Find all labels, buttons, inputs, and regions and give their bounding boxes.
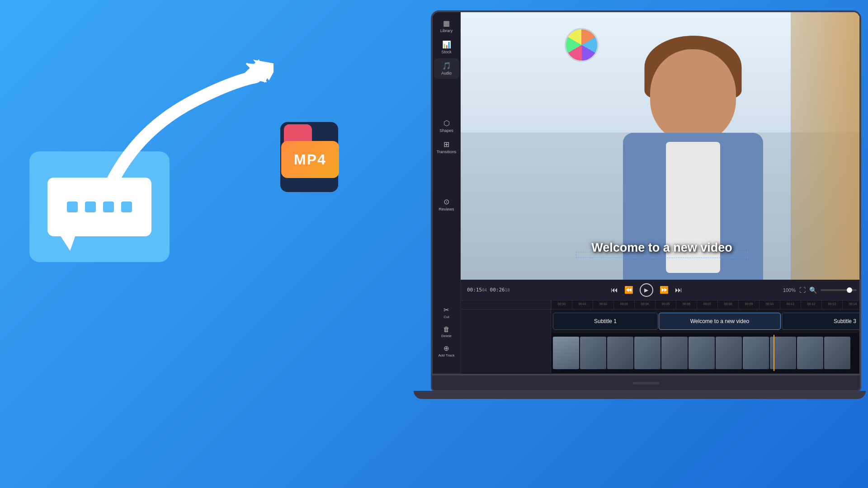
ruler-mark: 00:13 [821, 300, 842, 309]
sidebar-item-shapes[interactable]: ⬡ Shapes [434, 116, 459, 136]
zoom-slider[interactable] [821, 289, 857, 291]
sidebar-label-transitions: Transitions [437, 150, 457, 154]
rewind-button[interactable]: ⏪ [624, 286, 633, 294]
laptop-base [414, 391, 866, 399]
transport-controls: ⏮ ⏪ ▶ ⏩ ⏭ [611, 283, 682, 297]
filmstrip-frames [551, 335, 852, 371]
sidebar-label-audio: Audio [441, 71, 452, 75]
zoom-controls: 100% ⛶ 🔍 [783, 286, 857, 294]
video-preview: Welcome to a new video [461, 12, 861, 280]
sidebar-label-stock: Stock [441, 50, 452, 54]
delete-button[interactable]: 🗑 Delete [434, 323, 459, 341]
filmstrip-label [461, 333, 551, 373]
ruler-mark: 00:00 [551, 300, 572, 309]
cut-label: Cut [443, 315, 449, 319]
laptop-screen: ▦ Library 📊 Stock 🎵 Audio ⬡ Shapes ⊞ Tra… [431, 10, 861, 375]
fullscreen-button[interactable]: ⛶ [799, 286, 806, 294]
ruler-mark: 00:04 [634, 300, 655, 309]
track-label-panel [461, 310, 551, 333]
frame-thumb [607, 337, 633, 369]
ruler-mark: 00:07 [697, 300, 717, 309]
laptop-bottom-bar [431, 375, 861, 392]
sidebar-item-reviews[interactable]: ⊙ Reviews [434, 194, 459, 215]
skip-start-button[interactable]: ⏮ [611, 286, 618, 294]
frame-thumb [689, 337, 715, 369]
ruler-mark: 00:14 [842, 300, 861, 309]
delete-icon: 🗑 [443, 325, 450, 333]
play-button[interactable]: ▶ [640, 283, 653, 297]
add-track-button[interactable]: ⊕ Add Track [434, 342, 459, 360]
video-subtitle-text: Welcome to a new video [591, 241, 732, 254]
chat-dot-1 [67, 202, 78, 212]
sidebar-item-library[interactable]: ▦ Library [434, 16, 459, 36]
ruler-mark: 00:08 [717, 300, 738, 309]
cut-button[interactable]: ✂ Cut [434, 303, 459, 322]
subtitle-clip-1[interactable]: Subtitle 1 [553, 313, 658, 330]
frame-thumb [797, 337, 823, 369]
arrow-icon [79, 41, 274, 212]
subtitle-clip-2[interactable]: Welcome to a new video [659, 313, 781, 330]
timeline-ruler: 00:00 00:01 00:02 00:03 00:04 00:05 00:0… [461, 300, 861, 310]
zoom-out-button[interactable]: 🔍 [809, 286, 817, 294]
subtitle-clip-3[interactable]: Subtitle 3 [782, 313, 861, 330]
ruler-mark: 00:01 [572, 300, 593, 309]
sidebar-label-reviews: Reviews [439, 207, 454, 211]
ruler-mark: 00:11 [780, 300, 801, 309]
ruler-mark: 00:12 [801, 300, 821, 309]
ruler-mark: 00:09 [738, 300, 759, 309]
filmstrip-playhead [774, 335, 774, 371]
subtitle-clips-area: Subtitle 1 Welcome to a new video Subtit… [551, 310, 861, 333]
shelf-unit [791, 12, 861, 280]
frame-thumb [580, 337, 606, 369]
sidebar-item-stock[interactable]: 📊 Stock [434, 37, 459, 57]
ruler-mark: 00:02 [593, 300, 613, 309]
filmstrip-track [461, 333, 861, 373]
time-display: 00:1504 00:2618 [467, 287, 510, 293]
timeline-toolbar: ✂ Cut 🗑 Delete ⊕ Add Track [433, 300, 461, 375]
frame-thumb [553, 337, 579, 369]
ruler-mark: 00:10 [759, 300, 780, 309]
sidebar-label-library: Library [440, 28, 453, 33]
mp4-badge: MP4 [281, 141, 339, 178]
ruler-mark: 00:03 [613, 300, 634, 309]
audio-icon: 🎵 [442, 61, 451, 70]
transport-bar: 00:1504 00:2618 ⏮ ⏪ ▶ ⏩ ⏭ 100% ⛶ 🔍 [461, 280, 861, 300]
shapes-icon: ⬡ [443, 119, 450, 127]
sidebar-item-audio[interactable]: 🎵 Audio [434, 58, 459, 79]
ruler-mark: 00:06 [676, 300, 697, 309]
fast-forward-button[interactable]: ⏩ [660, 286, 669, 294]
cut-icon: ✂ [443, 306, 449, 314]
mp4-icon: MP4 [280, 122, 344, 199]
zoom-level: 100% [783, 287, 796, 293]
subtitle-track: Subtitle 1 Welcome to a new video Subtit… [461, 310, 861, 333]
ruler-mark: 00:05 [655, 300, 676, 309]
video-subtitle-overlay: Welcome to a new video [591, 241, 732, 255]
library-icon: ▦ [443, 19, 450, 28]
frame-thumb [743, 337, 769, 369]
reviews-icon: ⊙ [443, 197, 449, 206]
sidebar-label-shapes: Shapes [439, 128, 453, 133]
add-track-icon: ⊕ [443, 344, 449, 352]
laptop-container: ▦ Library 📊 Stock 🎵 Audio ⬡ Shapes ⊞ Tra… [418, 7, 861, 468]
frame-thumb [634, 337, 660, 369]
skip-end-button[interactable]: ⏭ [675, 286, 682, 294]
sidebar-item-transitions[interactable]: ⊞ Transitions [434, 137, 459, 157]
delete-label: Delete [441, 334, 452, 338]
frame-thumb [661, 337, 688, 369]
frame-thumb [824, 337, 850, 369]
add-track-label: Add Track [438, 353, 454, 357]
frame-thumb [716, 337, 742, 369]
transitions-icon: ⊞ [443, 140, 449, 149]
stock-icon: 📊 [442, 40, 451, 49]
